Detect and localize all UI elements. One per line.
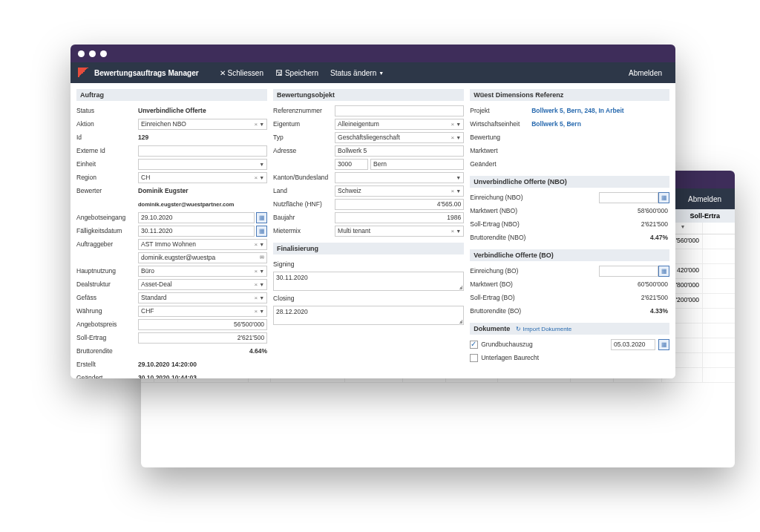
section-header: Auftrag xyxy=(76,89,267,101)
label: Marktwert (BO) xyxy=(470,280,599,288)
eingang-date-input[interactable]: 29.10.2020 xyxy=(138,212,255,223)
dealstruktur-select[interactable]: Asset-Deal×▼ xyxy=(138,279,267,290)
import-dokumente-link[interactable]: ↻ Import Dokumente xyxy=(516,326,571,332)
label: Erstellt xyxy=(76,361,136,368)
label: Währung xyxy=(76,307,136,315)
grundbuch-checkbox[interactable] xyxy=(470,341,478,349)
close-icon: ✕ xyxy=(220,69,226,77)
label: Einreichung (NBO) xyxy=(470,194,599,201)
label: Status xyxy=(76,107,136,114)
bewerter-mail: dominik.eugster@wuestpartner.com xyxy=(138,201,267,208)
closing-textarea[interactable]: 28.12.2020 xyxy=(273,306,464,325)
region-select[interactable]: CH×▼ xyxy=(138,172,267,183)
logout-button[interactable]: Abmelden xyxy=(682,193,727,206)
marktwert-bo-value: 60'500'000 xyxy=(599,280,669,288)
status-value: Unverbindliche Offerte xyxy=(138,107,267,114)
label: Angebotspreis xyxy=(76,321,136,328)
referenznummer-input[interactable] xyxy=(335,105,464,116)
label: Baujahr xyxy=(273,214,332,221)
erstellt-value: 29.10.2020 14:20:00 xyxy=(138,361,267,368)
refresh-icon: ↻ xyxy=(516,326,521,332)
calendar-icon[interactable]: ▦ xyxy=(256,226,267,237)
close-button[interactable]: ✕ Schliessen xyxy=(214,67,269,79)
label: Soll-Ertrag (BO) xyxy=(470,294,599,301)
toolbar: Bewertungsauftrags Manager ✕ Schliessen … xyxy=(71,62,675,83)
aktion-select[interactable]: Einreichen NBO×▼ xyxy=(138,119,267,130)
label: Region xyxy=(76,174,136,181)
einreichung-bo-input[interactable] xyxy=(599,266,658,277)
label: Soll-Ertrag xyxy=(76,334,136,341)
referenz-column: Wüest Dimensions Referenz ProjektBollwer… xyxy=(470,89,669,372)
label: Unterlagen Baurecht xyxy=(481,354,669,361)
detail-window: Bewertungsauftrags Manager ✕ Schliessen … xyxy=(71,45,675,378)
einreichung-nbo-input[interactable] xyxy=(599,192,658,203)
adresse-input[interactable]: Bollwerk 5 xyxy=(335,145,464,157)
label: Bewertung xyxy=(470,134,529,141)
label: Hauptnutzung xyxy=(76,267,136,275)
label: Land xyxy=(273,187,332,194)
marktwert-nbo-value: 58'600'000 xyxy=(599,207,669,214)
angebotspreis-input[interactable]: 56'500'000 xyxy=(138,319,267,330)
signing-textarea[interactable]: 30.11.2020 xyxy=(273,272,464,291)
typ-select[interactable]: Geschäftsliegenschaft×▼ xyxy=(335,132,464,143)
einheit-select[interactable]: ▼ xyxy=(138,159,267,170)
gefaess-select[interactable]: Standard×▼ xyxy=(138,292,267,303)
wirtschaftseinheit-link[interactable]: Bollwerk 5, Bern xyxy=(531,120,669,128)
unterlagen-checkbox[interactable] xyxy=(470,354,478,362)
section-header: Unverbindliche Offerte (NBO) xyxy=(470,176,669,188)
plz-input[interactable]: 3000 xyxy=(335,159,368,170)
label: Referenznummer xyxy=(273,107,332,114)
section-header: Verbindliche Offerte (BO) xyxy=(470,249,669,261)
chevron-down-icon: ▼ xyxy=(379,70,384,76)
label: Fälligkeitsdatum xyxy=(76,227,136,234)
bruttorendite-value: 4.64% xyxy=(138,347,267,355)
waehrung-select[interactable]: CHF×▼ xyxy=(138,306,267,317)
status-change-button[interactable]: Status ändern ▼ xyxy=(324,67,390,79)
section-header: Wüest Dimensions Referenz xyxy=(470,89,669,101)
label: Dealstruktur xyxy=(76,280,136,288)
mietermix-select[interactable]: Multi tenant×▼ xyxy=(335,226,464,237)
bruttorendite-nbo-value: 4.47% xyxy=(599,234,669,241)
label: Id xyxy=(76,134,136,141)
baujahr-input[interactable]: 1986 xyxy=(335,212,464,223)
soll-ertrag-input[interactable]: 2'621'500 xyxy=(138,332,267,344)
auftraggeber-mail-input[interactable]: dominik.eugster@wuestpa✉ xyxy=(138,252,267,263)
label: Angebotseingang xyxy=(76,214,136,221)
calendar-icon[interactable]: ▦ xyxy=(256,212,267,223)
app-logo xyxy=(78,68,88,78)
soll-ertrag-bo-value: 2'621'500 xyxy=(599,294,669,301)
grundbuch-date-input[interactable]: 05.03.2020 xyxy=(611,339,655,350)
projekt-link[interactable]: Bollwerk 5, Bern, 248, In Arbeit xyxy=(531,107,669,114)
calendar-icon[interactable]: ▦ xyxy=(658,192,669,203)
save-icon: 🖫 xyxy=(275,69,283,77)
hauptnutzung-select[interactable]: Büro×▼ xyxy=(138,266,267,277)
label: Auftraggeber xyxy=(76,240,136,248)
nutzflaeche-input[interactable]: 4'565.00 xyxy=(335,199,464,210)
label: Typ xyxy=(273,134,332,141)
label: Marktwert (NBO) xyxy=(470,207,599,214)
label: Aktion xyxy=(76,120,136,128)
eigentum-select[interactable]: Alleineigentum×▼ xyxy=(335,119,464,130)
bruttorendite-bo-value: 4.33% xyxy=(599,307,669,315)
auftraggeber-select[interactable]: AST Immo Wohnen×▼ xyxy=(138,239,267,250)
logout-button[interactable]: Abmelden xyxy=(623,67,668,79)
window-dot[interactable] xyxy=(78,50,85,57)
land-select[interactable]: Schweiz×▼ xyxy=(335,185,464,197)
label: Nutzfläche (HNF) xyxy=(273,200,332,208)
label: Closing xyxy=(273,295,332,302)
window-dot[interactable] xyxy=(89,50,96,57)
window-dot[interactable] xyxy=(100,50,107,57)
ort-input[interactable]: Bern xyxy=(370,159,464,170)
label: Grundbuchauszug xyxy=(481,341,608,348)
col-header[interactable]: Soll-Ertra xyxy=(689,212,720,220)
calendar-icon[interactable]: ▦ xyxy=(658,339,669,350)
externe-id-input[interactable] xyxy=(138,145,267,157)
label: Einreichung (BO) xyxy=(470,267,599,275)
label: Eigentum xyxy=(273,120,332,128)
calendar-icon[interactable]: ▦ xyxy=(658,266,669,277)
faellig-date-input[interactable]: 30.11.2020 xyxy=(138,226,255,237)
save-button[interactable]: 🖫 Speichern xyxy=(269,67,324,79)
kanton-select[interactable]: ▼ xyxy=(335,172,464,183)
label: Bruttorendite (BO) xyxy=(470,307,599,315)
label: Signing xyxy=(273,260,332,268)
